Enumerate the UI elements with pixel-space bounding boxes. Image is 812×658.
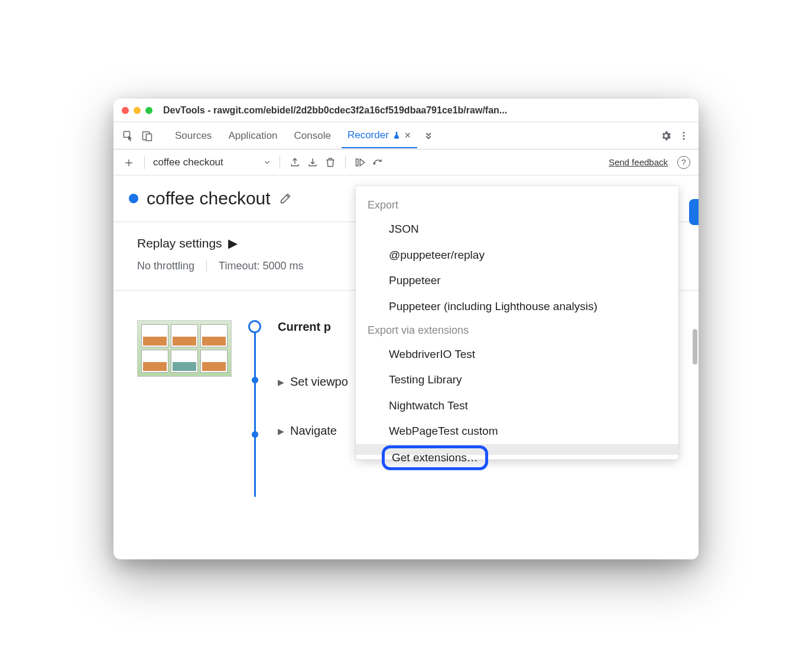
chevron-down-icon [263, 158, 271, 167]
panel-tabs: Sources Application Console Recorder ✕ [113, 122, 699, 149]
export-icon[interactable] [288, 156, 301, 169]
page-thumbnail [137, 320, 232, 377]
timeline-node [252, 431, 258, 438]
tab-recorder-label: Recorder [347, 129, 389, 141]
tab-recorder[interactable]: Recorder ✕ [342, 123, 417, 148]
export-puppeteer[interactable]: Puppeteer [356, 268, 678, 294]
replay-settings-label: Replay settings [137, 236, 222, 250]
side-panel-tab[interactable] [689, 199, 699, 225]
export-json[interactable]: JSON [356, 216, 678, 242]
scrollbar-thumb[interactable] [693, 329, 697, 364]
send-feedback-link[interactable]: Send feedback [609, 157, 668, 167]
more-tabs-icon[interactable] [422, 129, 435, 142]
recording-selector[interactable]: coffee checkout [153, 157, 271, 168]
devtools-window: DevTools - rawgit.com/ebidel/2d2bb0cdec3… [113, 99, 699, 559]
new-recording-button[interactable]: ＋ [122, 155, 136, 170]
divider [206, 260, 207, 272]
export-webpagetest[interactable]: WebPageTest custom [356, 418, 678, 444]
divider [280, 156, 280, 169]
recorder-toolbar: ＋ coffee checkout Send feedback ? [113, 149, 699, 175]
step-label: Set viewpo [290, 375, 348, 389]
edit-title-icon[interactable] [279, 192, 292, 205]
recording-selector-label: coffee checkout [153, 157, 223, 168]
settings-icon[interactable] [660, 129, 673, 142]
replay-icon[interactable] [354, 156, 367, 169]
export-via-extensions-label: Export via extensions [356, 320, 678, 341]
svg-rect-6 [356, 159, 358, 166]
divider [345, 156, 346, 169]
kebab-menu-icon[interactable] [677, 129, 690, 142]
timeout-value: Timeout: 5000 ms [219, 260, 303, 272]
experiment-icon [392, 131, 401, 139]
delete-icon[interactable] [324, 156, 337, 169]
triangle-right-icon: ▶ [278, 377, 284, 387]
recording-title: coffee checkout [147, 188, 271, 209]
export-section-label: Export [356, 194, 678, 216]
triangle-right-icon: ▶ [228, 236, 238, 250]
export-puppeteer-replay[interactable]: @puppeteer/replay [356, 242, 678, 268]
device-toolbar-icon[interactable] [141, 129, 154, 142]
export-testing-library[interactable]: Testing Library [356, 367, 678, 393]
step-label: Navigate [290, 424, 337, 438]
window-title: DevTools - rawgit.com/ebidel/2d2bb0cdec3… [163, 105, 690, 116]
minimize-window-button[interactable] [134, 107, 141, 114]
titlebar: DevTools - rawgit.com/ebidel/2d2bb0cdec3… [113, 99, 699, 122]
tab-sources[interactable]: Sources [169, 124, 217, 148]
step-icon[interactable] [372, 156, 385, 169]
traffic-lights [122, 107, 152, 114]
get-extensions-highlight: Get extensions… [382, 445, 488, 470]
timeline-node [252, 377, 258, 383]
export-menu: Export JSON @puppeteer/replay Puppeteer … [356, 186, 678, 460]
import-icon[interactable] [306, 156, 319, 169]
svg-point-3 [683, 132, 685, 133]
tab-application[interactable]: Application [222, 124, 283, 148]
tab-console[interactable]: Console [288, 124, 337, 148]
timeline [246, 320, 264, 473]
export-webdriverio[interactable]: WebdriverIO Test [356, 341, 678, 367]
divider [144, 156, 145, 169]
export-nightwatch[interactable]: Nightwatch Test [356, 393, 678, 419]
svg-point-5 [683, 138, 685, 139]
svg-point-4 [683, 135, 685, 136]
maximize-window-button[interactable] [145, 107, 152, 114]
recording-status-dot [129, 194, 138, 203]
step-label: Current p [278, 320, 331, 334]
svg-rect-2 [146, 133, 151, 141]
svg-point-7 [373, 162, 375, 164]
close-window-button[interactable] [122, 107, 129, 114]
throttling-value: No throttling [137, 260, 194, 272]
export-get-extensions[interactable]: Get extensions… [356, 444, 678, 455]
close-tab-icon[interactable]: ✕ [404, 131, 411, 140]
inspect-element-icon[interactable] [122, 129, 135, 142]
export-puppeteer-lighthouse[interactable]: Puppeteer (including Lighthouse analysis… [356, 294, 678, 320]
triangle-right-icon: ▶ [278, 426, 284, 436]
help-icon[interactable]: ? [677, 156, 690, 169]
timeline-node-current [248, 320, 261, 333]
